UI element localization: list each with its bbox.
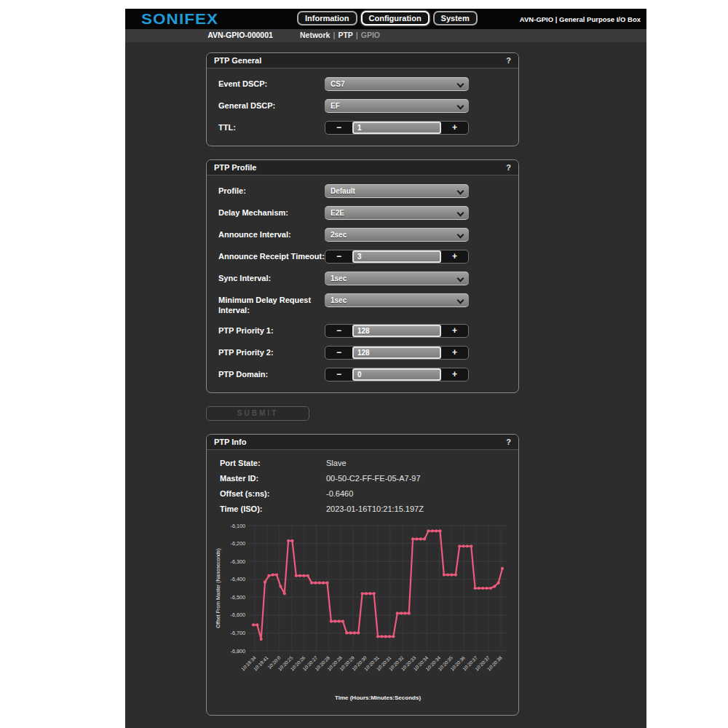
panel-body: Event DSCP: CS7 General DSCP: EF TTL: bbox=[207, 68, 518, 146]
panel-header: PTP Info ? bbox=[207, 435, 518, 450]
field-label: PTP Domain: bbox=[218, 368, 325, 380]
field-label: Announce Receipt Timeout: bbox=[218, 250, 325, 262]
ptp-priority-1-decrement-button[interactable]: − bbox=[325, 325, 352, 337]
field-label: Minimum Delay Request Interval: bbox=[218, 293, 325, 316]
panel-body: Port State: Slave Master ID: 00-50-C2-FF… bbox=[207, 450, 518, 715]
breadcrumb: Network|PTP|GPIO bbox=[300, 31, 380, 39]
main-content: PTP General ? Event DSCP: CS7 General DS… bbox=[125, 42, 646, 728]
ttl-input[interactable] bbox=[352, 122, 441, 134]
ptp-domain-decrement-button[interactable]: − bbox=[325, 368, 352, 381]
ptp-domain-input[interactable] bbox=[352, 368, 441, 381]
help-icon[interactable]: ? bbox=[506, 163, 511, 172]
ptp-domain-stepper: − + bbox=[325, 368, 469, 381]
info-label: Master ID: bbox=[220, 474, 326, 483]
announce-receipt-timeout-input[interactable] bbox=[352, 250, 441, 263]
panel-title: PTP General bbox=[214, 56, 261, 65]
info-label: Port State: bbox=[220, 459, 326, 467]
ttl-increment-button[interactable]: + bbox=[441, 122, 468, 134]
form-row: Announce Receipt Timeout: − + bbox=[218, 250, 507, 264]
svg-text:-6,700: -6,700 bbox=[231, 629, 245, 636]
ptp-domain-increment-button[interactable]: + bbox=[441, 368, 468, 381]
submit-button[interactable]: SUBMIT bbox=[206, 406, 309, 421]
event-dscp-select[interactable]: CS7 bbox=[325, 77, 469, 91]
breadcrumb-ptp[interactable]: PTP bbox=[338, 31, 352, 39]
select-value: EF bbox=[331, 102, 340, 110]
tab-configuration[interactable]: Configuration bbox=[361, 11, 430, 25]
announce-receipt-timeout-increment-button[interactable]: + bbox=[441, 250, 468, 263]
chart-container: -6,100-6,200-6,300-6,400-6,500-6,600-6,7… bbox=[213, 520, 507, 706]
nav-tabs: Information Configuration System bbox=[297, 11, 478, 25]
form-row: Sync Interval: 1sec bbox=[218, 272, 507, 285]
select-value: 2sec bbox=[331, 231, 347, 239]
announce-receipt-timeout-stepper: − + bbox=[325, 250, 469, 264]
announce-receipt-timeout-decrement-button[interactable]: − bbox=[325, 250, 352, 263]
svg-text:-6,100: -6,100 bbox=[231, 522, 245, 529]
chevron-down-icon bbox=[457, 297, 464, 304]
ptp-priority-2-increment-button[interactable]: + bbox=[441, 347, 468, 359]
svg-text:-6,200: -6,200 bbox=[231, 540, 245, 547]
select-value: 1sec bbox=[331, 274, 347, 282]
minimum-delay-request-interval-select[interactable]: 1sec bbox=[325, 293, 469, 307]
panel-header: PTP Profile ? bbox=[207, 160, 518, 175]
breadcrumb-gpio[interactable]: GPIO bbox=[361, 31, 380, 39]
sub-header-bar: AVN-GPIO-000001 Network|PTP|GPIO bbox=[125, 29, 646, 42]
info-row: Master ID: 00-50-C2-FF-FE-05-A7-97 bbox=[220, 474, 505, 483]
ptp-priority-1-input[interactable] bbox=[352, 325, 441, 337]
breadcrumb-network[interactable]: Network bbox=[300, 31, 330, 39]
field-label: PTP Priority 1: bbox=[218, 324, 325, 336]
svg-text:-6,300: -6,300 bbox=[231, 558, 245, 564]
profile-select[interactable]: Default bbox=[325, 184, 469, 198]
help-icon[interactable]: ? bbox=[506, 56, 511, 65]
ptp-priority-1-increment-button[interactable]: + bbox=[441, 325, 468, 337]
svg-text:Offset From Master (Nanosecond: Offset From Master (Nanoseconds) bbox=[215, 548, 221, 628]
chevron-down-icon bbox=[457, 81, 464, 88]
delay-mechanism-select[interactable]: E2E bbox=[325, 206, 469, 220]
field-label: Event DSCP: bbox=[218, 77, 325, 90]
chevron-down-icon bbox=[457, 188, 464, 195]
ptp-priority-2-decrement-button[interactable]: − bbox=[325, 347, 352, 359]
general-dscp-select[interactable]: EF bbox=[325, 99, 469, 113]
announce-interval-select[interactable]: 2sec bbox=[325, 228, 469, 242]
master-id-value: 00-50-C2-FF-FE-05-A7-97 bbox=[326, 474, 421, 483]
select-value: E2E bbox=[331, 209, 344, 217]
sync-interval-select[interactable]: 1sec bbox=[325, 272, 469, 285]
port-state-value: Slave bbox=[326, 459, 347, 467]
ptp-priority-2-input[interactable] bbox=[352, 347, 441, 359]
offset-value: -0.6460 bbox=[326, 489, 353, 498]
form-row: PTP Priority 1: − + bbox=[218, 324, 507, 338]
ptp-priority-2-stepper: − + bbox=[325, 346, 469, 360]
field-label: Announce Interval: bbox=[218, 228, 325, 240]
form-row: TTL: − + bbox=[218, 121, 507, 135]
form-row: Profile: Default bbox=[218, 184, 507, 198]
device-title: AVN-GPIO | General Purpose I/O Box bbox=[520, 15, 641, 23]
info-row: Time (ISO): 2023-01-16T10:21:15.197Z bbox=[220, 505, 505, 513]
field-label: Delay Mechanism: bbox=[218, 206, 325, 218]
field-label: Profile: bbox=[218, 184, 325, 197]
tab-system[interactable]: System bbox=[433, 11, 478, 25]
panel-title: PTP Info bbox=[214, 438, 246, 446]
breadcrumb-separator: | bbox=[333, 31, 335, 39]
time-iso-value: 2023-01-16T10:21:15.197Z bbox=[326, 505, 424, 513]
svg-text:-6,400: -6,400 bbox=[231, 576, 245, 582]
tab-information[interactable]: Information bbox=[297, 11, 357, 25]
form-row: PTP Domain: − + bbox=[218, 368, 507, 381]
info-row: Port State: Slave bbox=[220, 459, 505, 467]
ptp-info-panel: PTP Info ? Port State: Slave Master ID: … bbox=[206, 434, 519, 716]
ptp-priority-1-stepper: − + bbox=[325, 324, 469, 338]
help-icon[interactable]: ? bbox=[506, 438, 511, 446]
select-value: Default bbox=[331, 187, 355, 195]
info-label: Offset (s:ns): bbox=[220, 489, 326, 498]
info-row: Offset (s:ns): -0.6460 bbox=[220, 489, 505, 498]
info-label: Time (ISO): bbox=[220, 505, 326, 513]
chevron-down-icon bbox=[457, 210, 464, 217]
svg-text:-6,800: -6,800 bbox=[231, 647, 245, 654]
header-bar: SONIFEX Information Configuration System… bbox=[125, 9, 646, 29]
field-label: TTL: bbox=[218, 121, 325, 133]
panel-header: PTP General ? bbox=[207, 53, 518, 68]
panel-title: PTP Profile bbox=[214, 163, 256, 172]
ttl-stepper: − + bbox=[325, 121, 469, 135]
ptp-profile-panel: PTP Profile ? Profile: Default Delay Mec… bbox=[206, 159, 519, 393]
field-label: PTP Priority 2: bbox=[218, 346, 325, 358]
form-row: Event DSCP: CS7 bbox=[218, 77, 507, 91]
ttl-decrement-button[interactable]: − bbox=[325, 122, 352, 134]
